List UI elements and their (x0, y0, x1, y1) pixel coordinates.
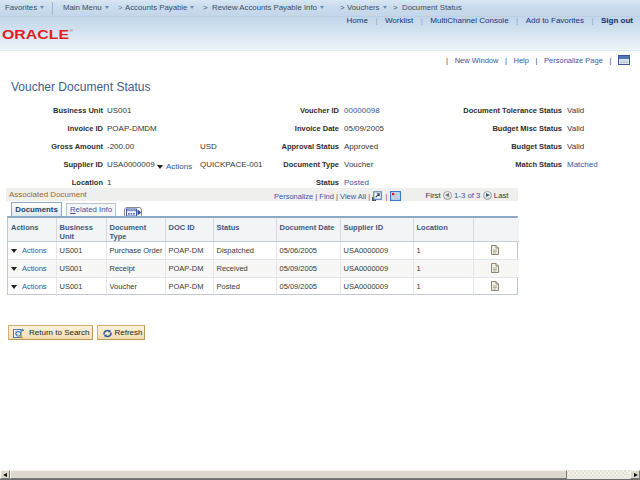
svg-text:®: ® (70, 28, 73, 33)
svg-text:ORACLE: ORACLE (2, 28, 69, 42)
